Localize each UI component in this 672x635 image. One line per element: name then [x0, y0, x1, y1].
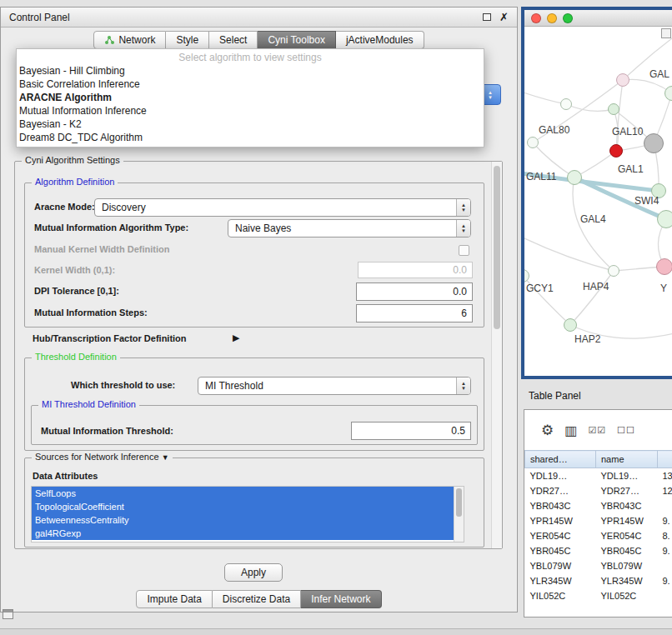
menu-item[interactable]: Dream8 DC_TDC Algorithm — [17, 131, 484, 144]
network-edge[interactable] — [570, 271, 614, 325]
settings-scrollbar-thumb[interactable] — [494, 166, 500, 329]
expand-arrow-icon[interactable]: ▶ — [233, 332, 239, 343]
tab-select[interactable]: Select — [209, 31, 258, 49]
collapse-arrow-icon[interactable]: ▼ — [162, 453, 169, 462]
network-node[interactable] — [608, 265, 619, 277]
combo-stepper-icon: ▲▼ — [456, 378, 470, 394]
node-table: shared… name YDL19…YDL19…13 YDR27…YDR27…… — [524, 450, 672, 603]
table-cell[interactable]: YBL079W — [525, 558, 596, 573]
menu-item[interactable]: Bayesian - Hill Climbing — [17, 64, 484, 78]
tab-infer-network[interactable]: Infer Network — [301, 590, 381, 608]
float-window-icon[interactable] — [483, 13, 491, 21]
table-cell[interactable]: YDR27… — [596, 483, 658, 498]
gear-icon[interactable]: ⚙ — [541, 422, 554, 439]
tab-style[interactable]: Style — [166, 31, 209, 49]
table-cell[interactable] — [658, 558, 672, 573]
table-row[interactable]: YDR27…YDR27…12 — [525, 483, 672, 498]
table-cell[interactable]: YBR045C — [525, 543, 596, 558]
table-cell[interactable]: 12 — [658, 483, 672, 498]
mi-steps-input[interactable]: 6 — [356, 304, 473, 322]
scrollbar-button[interactable] — [661, 28, 671, 38]
table-cell[interactable]: YPR145W — [525, 513, 596, 528]
list-scrollbar-thumb[interactable] — [456, 488, 462, 517]
list-item[interactable]: gal4RGexp — [32, 527, 454, 540]
mi-type-select[interactable]: Naive Bayes ▲▼ — [228, 219, 471, 238]
aracne-mode-select[interactable]: Discovery ▲▼ — [94, 198, 471, 217]
list-item[interactable]: BetweennessCentrality — [32, 513, 454, 527]
column-header[interactable]: name — [596, 451, 658, 468]
which-threshold-select[interactable]: MI Threshold ▲▼ — [198, 377, 471, 395]
table-cell[interactable]: YBL079W — [596, 558, 658, 573]
hub-factor-section[interactable]: Hub/Transcription Factor Definition ▶ — [33, 333, 187, 343]
minimize-traffic-light[interactable] — [547, 13, 557, 23]
tab-cyni-toolbox[interactable]: Cyni Toolbox — [258, 31, 335, 49]
network-node[interactable] — [527, 137, 539, 148]
tab-jactivemodules[interactable]: jActiveModules — [336, 31, 424, 49]
list-item[interactable]: SelfLoops — [32, 487, 454, 500]
table-cell[interactable] — [658, 498, 672, 513]
menu-item[interactable]: Mutual Information Inference — [17, 104, 484, 118]
network-node[interactable] — [560, 98, 572, 110]
menu-item[interactable]: Bayesian - K2 — [17, 118, 484, 131]
dpi-tolerance-input[interactable]: 0.0 — [356, 282, 473, 301]
close-traffic-light[interactable] — [531, 13, 541, 23]
table-cell[interactable]: YIL052C — [596, 588, 658, 603]
network-node[interactable] — [616, 73, 629, 87]
table-row[interactable]: YDL19…YDL19…13 — [525, 468, 672, 483]
columns-icon[interactable]: ▥ — [564, 422, 577, 438]
table-cell[interactable]: YLR345W — [596, 573, 658, 588]
network-node[interactable] — [608, 103, 619, 115]
select-all-icon[interactable]: ☑☑ — [588, 425, 606, 436]
network-node[interactable] — [657, 210, 672, 228]
table-cell[interactable]: YDR27… — [525, 483, 596, 498]
table-cell[interactable]: 9. — [658, 573, 672, 588]
network-edge[interactable] — [524, 237, 614, 271]
table-cell[interactable]: 8. — [658, 528, 672, 543]
table-cell[interactable]: YIL052C — [525, 588, 596, 603]
table-cell[interactable]: YBR045C — [596, 543, 658, 558]
list-scrollbar[interactable] — [454, 487, 464, 542]
float-panel-icon[interactable] — [3, 609, 13, 619]
table-cell[interactable]: 9. — [658, 543, 672, 558]
deselect-all-icon[interactable]: ☐☐ — [617, 425, 635, 436]
list-item[interactable]: TopologicalCoefficient — [32, 500, 454, 513]
apply-button[interactable]: Apply — [224, 563, 283, 582]
menu-item-selected[interactable]: ARACNE Algorithm — [17, 91, 484, 104]
network-node[interactable] — [609, 144, 623, 158]
table-cell[interactable]: YLR345W — [525, 573, 596, 588]
table-cell[interactable] — [658, 588, 672, 603]
table-cell[interactable]: YDL19… — [525, 468, 596, 483]
network-node[interactable] — [656, 258, 672, 275]
table-cell[interactable]: YBR043C — [596, 498, 658, 513]
mi-threshold-input[interactable]: 0.5 — [351, 422, 471, 440]
table-row[interactable]: YIL052CYIL052C — [525, 588, 672, 603]
table-cell[interactable]: 13 — [658, 468, 672, 483]
table-cell[interactable]: YBR043C — [525, 498, 596, 513]
table-cell[interactable]: YER054C — [596, 528, 658, 543]
table-row[interactable]: YER054CYER054C8. — [525, 528, 672, 543]
table-cell[interactable]: YDL19… — [596, 468, 658, 483]
kernel-width-input[interactable]: 0.0 — [358, 262, 473, 278]
network-edge[interactable] — [566, 104, 614, 111]
table-cell[interactable]: YPR145W — [596, 513, 658, 528]
close-icon[interactable]: ✗ — [499, 12, 509, 22]
table-cell[interactable]: 9. — [658, 513, 672, 528]
manual-kernel-checkbox[interactable] — [459, 245, 469, 256]
table-row[interactable]: YBL079WYBL079W — [525, 558, 672, 573]
table-row[interactable]: YLR345WYLR345W9. — [525, 573, 672, 588]
menu-item[interactable]: Basic Correlation Inference — [17, 78, 484, 91]
network-canvas[interactable]: GAL80GAL10GAL11GAL1SWI4GAL4GCY1HAP4HAP2G… — [524, 27, 672, 376]
column-header[interactable]: shared… — [525, 451, 596, 468]
network-node[interactable] — [567, 170, 582, 185]
table-row[interactable]: YBR045CYBR045C9. — [525, 543, 672, 558]
zoom-traffic-light[interactable] — [563, 13, 573, 23]
table-cell[interactable]: YER054C — [525, 528, 596, 543]
table-row[interactable]: YPR145WYPR145W9. — [525, 513, 672, 528]
table-row[interactable]: YBR043CYBR043C — [525, 498, 672, 513]
network-node[interactable] — [644, 133, 664, 153]
tab-discretize-data[interactable]: Discretize Data — [213, 590, 301, 608]
network-node[interactable] — [564, 318, 577, 332]
column-header[interactable] — [658, 451, 672, 468]
tab-impute-data[interactable]: Impute Data — [136, 590, 212, 608]
tab-network[interactable]: Network — [93, 31, 166, 49]
